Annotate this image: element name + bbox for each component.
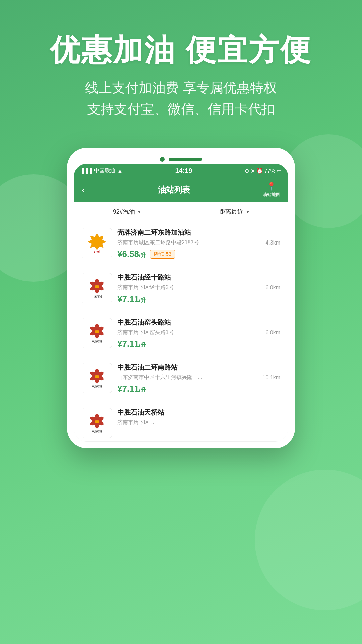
svg-marker-0: [88, 234, 105, 250]
discount-badge: 降¥0.53: [150, 250, 175, 259]
signal-icon: ▐▐▐: [80, 168, 92, 174]
station-info: 壳牌济南二环东路加油站 济南市历城区东二环路中段2183号 4.3km ¥6.5…: [117, 228, 280, 259]
station-info: 中胜石油天桥站 济南市历下区...: [117, 408, 280, 429]
phone-frame: ▐▐▐ 中国联通 ▲ 14:19 ⊕ ➤ ⏰ 77% ▭ ‹ 油站列表 📍 油站…: [67, 148, 295, 448]
station-address: 济南市历下区窑头路1号: [117, 329, 261, 336]
station-distance: 4.3km: [265, 240, 280, 246]
station-name: 中胜石油窑头路站: [117, 318, 280, 327]
fuel-type-filter[interactable]: 92#汽油 ▼: [74, 202, 181, 221]
station-name: 中胜石油经十路站: [117, 273, 280, 282]
station-address-row: 济南市历下区窑头路1号 6.0km: [117, 329, 280, 336]
station-item[interactable]: 中胜石油 中胜石油天桥站 济南市历下区...: [74, 401, 288, 442]
station-name: 中胜石油二环南路站: [117, 363, 280, 372]
battery-icon: ▭: [277, 168, 282, 174]
nav-title: 油站列表: [158, 184, 190, 195]
station-address-row: 山东济南市中区十六里河镇兴隆一... 10.1km: [117, 374, 280, 381]
station-info: 中胜石油二环南路站 山东济南市中区十六里河镇兴隆一... 10.1km ¥7.1…: [117, 363, 280, 394]
station-address: 济南市历城区东二环路中段2183号: [117, 239, 261, 246]
station-address-row: 济南市历下区...: [117, 419, 280, 426]
station-price-row: ¥6.58/升 降¥0.53: [117, 249, 280, 259]
map-label: 油站地图: [263, 192, 280, 198]
back-button[interactable]: ‹: [82, 184, 85, 195]
station-price-row: ¥7.11/升: [117, 294, 280, 304]
zhongsheng-svg-icon: 中胜石油: [87, 278, 107, 298]
sort-arrow: ▼: [245, 209, 250, 214]
station-item[interactable]: 中胜石油 中胜石油二环南路站 山东济南市中区十六里河镇兴隆一... 10.1km…: [74, 356, 288, 401]
sort-filter[interactable]: 距离最近 ▼: [181, 202, 289, 221]
station-address: 济南市历下区...: [117, 419, 280, 426]
status-right: ⊕ ➤ ⏰ 77% ▭: [245, 168, 282, 174]
station-address-row: 济南市历城区东二环路中段2183号 4.3km: [117, 239, 280, 246]
hero-subtitle: 线上支付加油费 享专属优惠特权 支持支付宝、微信、信用卡代扣: [20, 77, 342, 120]
zhongsheng-svg-icon: 中胜石油: [87, 368, 107, 388]
station-item[interactable]: Shell 壳牌济南二环东路加油站 济南市历城区东二环路中段2183号 4.3k…: [74, 221, 288, 266]
fuel-type-label: 92#汽油: [113, 208, 135, 216]
svg-text:中胜石油: 中胜石油: [92, 340, 102, 343]
phone-screen: ▐▐▐ 中国联通 ▲ 14:19 ⊕ ➤ ⏰ 77% ▭ ‹ 油站列表 📍 油站…: [74, 164, 288, 442]
phone-notch: [74, 154, 288, 164]
zhongsheng-svg-icon: 中胜石油: [87, 413, 107, 433]
station-price: ¥7.11/升: [117, 294, 146, 304]
svg-text:中胜石油: 中胜石油: [92, 295, 102, 298]
status-left: ▐▐▐ 中国联通 ▲: [80, 167, 123, 174]
filter-bar: 92#汽油 ▼ 距离最近 ▼: [74, 202, 288, 221]
station-list: Shell 壳牌济南二环东路加油站 济南市历城区东二环路中段2183号 4.3k…: [74, 221, 288, 442]
station-item[interactable]: 中胜石油 中胜石油窑头路站 济南市历下区窑头路1号 6.0km ¥7.11/升: [74, 311, 288, 356]
station-info: 中胜石油经十路站 济南市历下区经十路2号 6.0km ¥7.11/升: [117, 273, 280, 304]
svg-rect-8: [95, 285, 99, 288]
status-time: 14:19: [175, 167, 192, 175]
phone-pill: [169, 158, 202, 161]
station-item[interactable]: 中胜石油 中胜石油经十路站 济南市历下区经十路2号 6.0km ¥7.11/升: [74, 266, 288, 311]
carrier-name: 中国联通: [94, 167, 115, 174]
station-price: ¥7.11/升: [117, 384, 146, 394]
station-price-row: ¥7.11/升: [117, 384, 280, 394]
station-address: 山东济南市中区十六里河镇兴隆一...: [117, 374, 259, 381]
nav-bar: ‹ 油站列表 📍 油站地图: [74, 177, 288, 202]
location-icon: ⊕ ➤ ⏰: [245, 168, 263, 174]
zhongsheng-svg-icon: 中胜石油: [87, 323, 107, 343]
wifi-icon: ▲: [117, 168, 123, 174]
station-logo-shell: Shell: [82, 228, 112, 258]
sort-label: 距离最近: [219, 208, 243, 216]
fuel-type-arrow: ▼: [137, 209, 142, 214]
station-logo-zhongsheng: 中胜石油: [82, 408, 112, 438]
svg-text:Shell: Shell: [94, 250, 100, 253]
phone-mockup: ▐▐▐ 中国联通 ▲ 14:19 ⊕ ➤ ⏰ 77% ▭ ‹ 油站列表 📍 油站…: [67, 148, 295, 448]
hero-subtitle-line1: 线上支付加油费 享专属优惠特权: [85, 80, 277, 95]
station-logo-zhongsheng: 中胜石油: [82, 273, 112, 303]
station-distance: 10.1km: [263, 375, 280, 381]
svg-rect-16: [95, 330, 99, 333]
shell-svg-icon: Shell: [87, 233, 107, 253]
hero-section: 优惠加油 便宜方便 线上支付加油费 享专属优惠特权 支持支付宝、微信、信用卡代扣: [0, 0, 362, 133]
station-address: 济南市历下区经十路2号: [117, 284, 261, 291]
svg-rect-32: [95, 420, 99, 423]
svg-text:中胜石油: 中胜石油: [92, 430, 102, 433]
station-distance: 6.0km: [265, 285, 280, 291]
station-price: ¥6.58/升: [117, 249, 146, 259]
station-price: ¥7.11/升: [117, 339, 146, 349]
station-name: 壳牌济南二环东路加油站: [117, 228, 280, 237]
svg-rect-24: [95, 375, 99, 378]
station-logo-zhongsheng: 中胜石油: [82, 363, 112, 393]
station-distance: 6.0km: [265, 330, 280, 336]
station-name: 中胜石油天桥站: [117, 408, 280, 417]
map-button[interactable]: 📍 油站地图: [263, 182, 280, 198]
station-info: 中胜石油窑头路站 济南市历下区窑头路1号 6.0km ¥7.11/升: [117, 318, 280, 349]
map-icon: 📍: [267, 182, 276, 191]
station-logo-zhongsheng: 中胜石油: [82, 318, 112, 348]
hero-subtitle-line2: 支持支付宝、微信、信用卡代扣: [87, 102, 275, 116]
hero-title: 优惠加油 便宜方便: [20, 34, 342, 67]
battery-level: 77%: [264, 168, 275, 174]
station-price-row: ¥7.11/升: [117, 339, 280, 349]
station-address-row: 济南市历下区经十路2号 6.0km: [117, 284, 280, 291]
status-bar: ▐▐▐ 中国联通 ▲ 14:19 ⊕ ➤ ⏰ 77% ▭: [74, 164, 288, 177]
svg-text:中胜石油: 中胜石油: [92, 385, 102, 388]
phone-dot: [160, 157, 165, 162]
